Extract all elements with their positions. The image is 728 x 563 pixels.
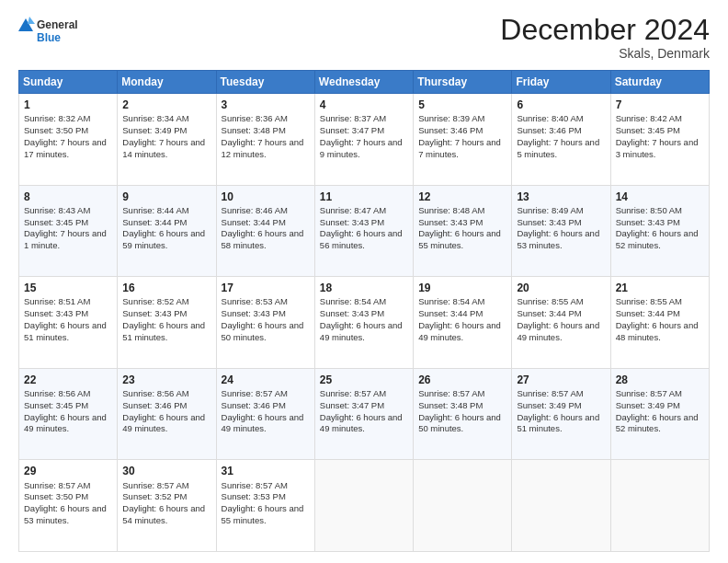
calendar-cell: 1 Sunrise: 8:32 AM Sunset: 3:50 PM Dayli…: [19, 94, 118, 186]
calendar-cell: [512, 460, 610, 552]
daylight-label: Daylight: 6 hours and 49 minutes.: [320, 320, 403, 342]
calendar-cell: 27 Sunrise: 8:57 AM Sunset: 3:49 PM Dayl…: [512, 368, 610, 460]
sunset-label: Sunset: 3:50 PM: [24, 125, 88, 135]
sunset-label: Sunset: 3:49 PM: [616, 400, 680, 410]
day-number: 28: [616, 373, 704, 387]
day-number: 24: [222, 373, 310, 387]
day-number: 12: [418, 190, 506, 204]
col-sunday: Sunday: [19, 71, 118, 94]
sunrise-label: Sunrise: 8:52 AM: [122, 296, 188, 306]
sunset-label: Sunset: 3:47 PM: [320, 125, 384, 135]
daylight-label: Daylight: 6 hours and 49 minutes.: [122, 412, 205, 434]
sunset-label: Sunset: 3:48 PM: [222, 125, 286, 135]
sunrise-label: Sunrise: 8:54 AM: [320, 296, 386, 306]
sunrise-label: Sunrise: 8:50 AM: [616, 205, 682, 215]
sunset-label: Sunset: 3:45 PM: [616, 125, 680, 135]
sunrise-label: Sunrise: 8:56 AM: [122, 388, 188, 398]
sunset-label: Sunset: 3:43 PM: [320, 308, 384, 318]
week-row-2: 8 Sunrise: 8:43 AM Sunset: 3:45 PM Dayli…: [19, 185, 710, 277]
day-number: 27: [517, 373, 605, 387]
day-number: 14: [616, 190, 704, 204]
calendar-cell: [314, 460, 413, 552]
week-row-4: 22 Sunrise: 8:56 AM Sunset: 3:45 PM Dayl…: [19, 368, 710, 460]
daylight-label: Daylight: 7 hours and 3 minutes.: [616, 137, 699, 159]
sunset-label: Sunset: 3:46 PM: [418, 125, 483, 135]
daylight-label: Daylight: 6 hours and 53 minutes.: [24, 503, 107, 525]
sunrise-label: Sunrise: 8:57 AM: [418, 388, 484, 398]
daylight-label: Daylight: 7 hours and 9 minutes.: [320, 137, 403, 159]
sunrise-label: Sunrise: 8:47 AM: [320, 205, 386, 215]
calendar-header-row: Sunday Monday Tuesday Wednesday Thursday…: [19, 71, 710, 94]
day-number: 9: [122, 190, 210, 204]
day-number: 15: [24, 281, 112, 295]
sunset-label: Sunset: 3:48 PM: [418, 400, 483, 410]
daylight-label: Daylight: 6 hours and 52 minutes.: [616, 228, 699, 250]
header: General Blue December 2024 Skals, Denmar…: [18, 15, 710, 61]
sunset-label: Sunset: 3:53 PM: [222, 491, 286, 501]
daylight-label: Daylight: 7 hours and 17 minutes.: [24, 137, 107, 159]
calendar-cell: 2 Sunrise: 8:34 AM Sunset: 3:49 PM Dayli…: [118, 94, 216, 186]
day-number: 3: [222, 98, 310, 112]
calendar-cell: 24 Sunrise: 8:57 AM Sunset: 3:46 PM Dayl…: [216, 368, 314, 460]
sunset-label: Sunset: 3:44 PM: [616, 308, 680, 318]
day-number: 29: [24, 464, 112, 478]
sunrise-label: Sunrise: 8:57 AM: [320, 388, 386, 398]
sunset-label: Sunset: 3:47 PM: [320, 400, 384, 410]
daylight-label: Daylight: 7 hours and 7 minutes.: [418, 137, 501, 159]
sunset-label: Sunset: 3:46 PM: [517, 125, 581, 135]
sunrise-label: Sunrise: 8:57 AM: [24, 480, 90, 490]
calendar-cell: [414, 460, 512, 552]
calendar-cell: 30 Sunrise: 8:57 AM Sunset: 3:52 PM Dayl…: [118, 460, 216, 552]
daylight-label: Daylight: 6 hours and 49 minutes.: [222, 412, 304, 434]
sunrise-label: Sunrise: 8:54 AM: [418, 296, 484, 306]
day-number: 20: [517, 281, 605, 295]
sunrise-label: Sunrise: 8:46 AM: [222, 205, 288, 215]
col-monday: Monday: [118, 71, 216, 94]
day-number: 7: [616, 98, 704, 112]
location-subtitle: Skals, Denmark: [500, 46, 710, 61]
sunrise-label: Sunrise: 8:57 AM: [222, 388, 288, 398]
daylight-label: Daylight: 6 hours and 55 minutes.: [222, 503, 304, 525]
sunset-label: Sunset: 3:46 PM: [222, 400, 286, 410]
day-number: 26: [418, 373, 506, 387]
day-number: 23: [122, 373, 210, 387]
sunset-label: Sunset: 3:43 PM: [616, 217, 680, 227]
daylight-label: Daylight: 6 hours and 59 minutes.: [122, 228, 205, 250]
sunset-label: Sunset: 3:44 PM: [222, 217, 286, 227]
sunset-label: Sunset: 3:45 PM: [24, 400, 88, 410]
day-number: 5: [418, 98, 506, 112]
day-number: 16: [122, 281, 210, 295]
day-number: 30: [122, 464, 210, 478]
daylight-label: Daylight: 6 hours and 49 minutes.: [418, 320, 501, 342]
sunset-label: Sunset: 3:49 PM: [517, 400, 581, 410]
calendar-cell: 19 Sunrise: 8:54 AM Sunset: 3:44 PM Dayl…: [414, 277, 512, 369]
sunrise-label: Sunrise: 8:48 AM: [418, 205, 484, 215]
calendar-cell: [610, 460, 709, 552]
sunrise-label: Sunrise: 8:34 AM: [122, 113, 188, 123]
svg-text:Blue: Blue: [37, 31, 61, 44]
day-number: 2: [122, 98, 210, 112]
col-friday: Friday: [512, 71, 610, 94]
calendar-cell: 28 Sunrise: 8:57 AM Sunset: 3:49 PM Dayl…: [610, 368, 709, 460]
sunset-label: Sunset: 3:43 PM: [320, 217, 384, 227]
svg-text:General: General: [37, 18, 78, 31]
day-number: 19: [418, 281, 506, 295]
week-row-1: 1 Sunrise: 8:32 AM Sunset: 3:50 PM Dayli…: [19, 94, 710, 186]
week-row-3: 15 Sunrise: 8:51 AM Sunset: 3:43 PM Dayl…: [19, 277, 710, 369]
sunrise-label: Sunrise: 8:53 AM: [222, 296, 288, 306]
daylight-label: Daylight: 6 hours and 48 minutes.: [616, 320, 699, 342]
calendar-cell: 6 Sunrise: 8:40 AM Sunset: 3:46 PM Dayli…: [512, 94, 610, 186]
svg-marker-3: [28, 17, 35, 24]
day-number: 1: [24, 98, 112, 112]
daylight-label: Daylight: 6 hours and 50 minutes.: [418, 412, 501, 434]
calendar-cell: 15 Sunrise: 8:51 AM Sunset: 3:43 PM Dayl…: [19, 277, 118, 369]
day-number: 22: [24, 373, 112, 387]
calendar-cell: 14 Sunrise: 8:50 AM Sunset: 3:43 PM Dayl…: [610, 185, 709, 277]
day-number: 21: [616, 281, 704, 295]
calendar-cell: 4 Sunrise: 8:37 AM Sunset: 3:47 PM Dayli…: [314, 94, 413, 186]
sunrise-label: Sunrise: 8:55 AM: [517, 296, 583, 306]
sunrise-label: Sunrise: 8:56 AM: [24, 388, 90, 398]
daylight-label: Daylight: 7 hours and 12 minutes.: [222, 137, 304, 159]
sunrise-label: Sunrise: 8:44 AM: [122, 205, 188, 215]
sunset-label: Sunset: 3:50 PM: [24, 491, 88, 501]
